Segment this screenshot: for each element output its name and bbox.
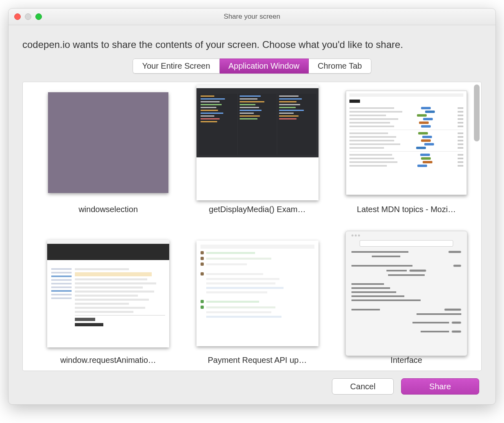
source-label: Interface bbox=[391, 356, 422, 365]
cancel-button[interactable]: Cancel bbox=[332, 378, 394, 395]
share-prompt: codepen.io wants to share the contents o… bbox=[22, 39, 482, 50]
dialog-content: codepen.io wants to share the contents o… bbox=[9, 25, 495, 404]
source-thumbnail bbox=[47, 239, 169, 348]
source-picker-scroll[interactable]: windowselection bbox=[23, 82, 481, 371]
source-item[interactable]: Payment Request API up… bbox=[196, 239, 319, 365]
titlebar: Share your screen bbox=[9, 9, 495, 25]
source-thumbnail bbox=[196, 239, 319, 348]
source-label: window.requestAnimatio… bbox=[60, 356, 156, 365]
source-label: Payment Request API up… bbox=[208, 356, 307, 365]
zoom-icon[interactable] bbox=[35, 13, 42, 20]
source-label: Latest MDN topics - Mozi… bbox=[357, 205, 456, 214]
window-title: Share your screen bbox=[9, 13, 495, 21]
source-item[interactable]: Latest MDN topics - Mozi… bbox=[345, 88, 467, 214]
source-thumbnail bbox=[196, 88, 319, 197]
source-type-tabs: Your Entire Screen Application Window Ch… bbox=[22, 59, 482, 74]
source-item[interactable]: windowselection bbox=[47, 88, 169, 214]
share-screen-dialog: Share your screen codepen.io wants to sh… bbox=[8, 8, 496, 405]
tab-application-window[interactable]: Application Window bbox=[220, 59, 309, 74]
share-button[interactable]: Share bbox=[401, 378, 479, 395]
close-icon[interactable] bbox=[14, 13, 21, 20]
source-thumbnail bbox=[345, 239, 467, 348]
source-label: windowselection bbox=[79, 205, 138, 214]
minimize-icon bbox=[25, 13, 31, 20]
window-controls bbox=[14, 13, 42, 20]
tab-entire-screen[interactable]: Your Entire Screen bbox=[133, 59, 219, 74]
dialog-footer: Cancel Share bbox=[22, 371, 482, 395]
source-item[interactable]: Interface bbox=[345, 239, 467, 365]
source-picker: windowselection bbox=[22, 82, 482, 371]
tab-chrome-tab[interactable]: Chrome Tab bbox=[309, 59, 371, 74]
source-thumbnail bbox=[47, 88, 169, 197]
source-label: getDisplayMedia() Exam… bbox=[209, 205, 306, 214]
source-item[interactable]: getDisplayMedia() Exam… bbox=[196, 88, 319, 214]
source-thumbnail bbox=[345, 88, 467, 197]
source-item[interactable]: window.requestAnimatio… bbox=[47, 239, 169, 365]
